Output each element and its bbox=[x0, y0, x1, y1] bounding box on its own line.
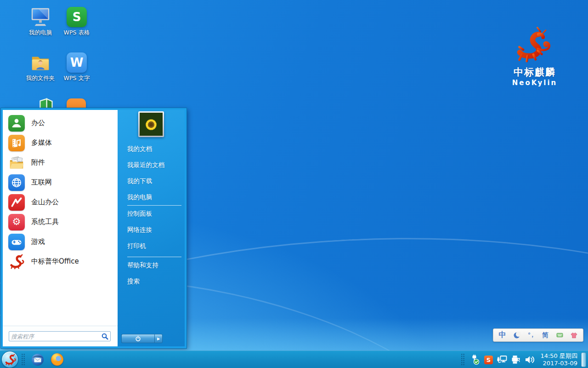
neokylin-logo: 中标麒麟 NeoKylin bbox=[508, 27, 561, 87]
gamepad-icon bbox=[8, 234, 25, 250]
system-tools-gear-icon: ⚙ bbox=[8, 214, 25, 230]
taskbar-clock[interactable]: 14:50 星期四 2017-03-09 bbox=[540, 352, 577, 367]
menu-item-multimedia[interactable]: 多媒体 bbox=[3, 133, 118, 153]
ime-skin-shirt-icon[interactable] bbox=[569, 330, 579, 340]
menu-item-recent-documents[interactable]: 我最近的文档 bbox=[118, 157, 185, 173]
menu-item-label: 办公 bbox=[31, 119, 45, 127]
menu-item-label: 系统工具 bbox=[31, 218, 59, 226]
desktop-icon-wps-writer[interactable]: W WPS 文字 bbox=[57, 52, 97, 82]
clock-time: 14:50 星期四 bbox=[540, 352, 577, 360]
kirin-start-icon bbox=[4, 354, 16, 366]
firefox-browser-icon[interactable] bbox=[50, 353, 64, 367]
logo-title: 中标麒麟 bbox=[508, 66, 561, 79]
search-input[interactable] bbox=[9, 332, 102, 340]
network-tray-icon[interactable] bbox=[497, 354, 508, 365]
menu-item-label: 互联网 bbox=[31, 178, 52, 187]
menu-item-label: 中标普华Office bbox=[31, 257, 79, 266]
start-menu-left-panel: 办公 多媒体 附件 互 bbox=[3, 110, 118, 346]
desktop-background: 我的电脑 S WPS 表格 我的文件夹 W WPS 文字 bbox=[0, 0, 588, 368]
internet-globe-icon bbox=[8, 174, 25, 191]
menu-item-label: 金山办公 bbox=[31, 198, 59, 207]
taskbar-drag-handle[interactable] bbox=[21, 353, 25, 366]
menu-item-help-support[interactable]: 帮助和支持 bbox=[118, 257, 185, 273]
desktop-icon-label: WPS 表格 bbox=[57, 29, 97, 37]
menu-item-my-computer[interactable]: 我的电脑 bbox=[118, 189, 185, 205]
kirin-small-icon bbox=[8, 253, 25, 270]
ime-punctuation-button[interactable]: °， bbox=[526, 330, 536, 340]
power-controls: ▶ bbox=[121, 334, 163, 343]
menu-item-accessories[interactable]: 附件 bbox=[3, 153, 118, 172]
menu-item-system-tools[interactable]: ⚙ 系统工具 bbox=[3, 212, 118, 232]
system-tray: S 14:50 星期四 2017-03-09 bbox=[458, 351, 588, 368]
tray-drag-handle[interactable] bbox=[461, 353, 465, 366]
menu-item-label: 多媒体 bbox=[31, 138, 52, 147]
office-icon bbox=[8, 115, 25, 132]
menu-item-label: 附件 bbox=[31, 158, 45, 167]
desktop-icon-label: WPS 文字 bbox=[57, 75, 97, 82]
sogou-input-tray-icon[interactable]: S bbox=[483, 354, 494, 365]
desktop-icon-my-folder[interactable]: 我的文件夹 bbox=[20, 52, 61, 82]
accessories-icon bbox=[8, 155, 25, 171]
wps-spreadsheet-icon: S bbox=[57, 6, 97, 27]
usb-device-tray-icon[interactable] bbox=[469, 354, 480, 365]
power-options-arrow-button[interactable]: ▶ bbox=[154, 334, 163, 343]
ime-bar: 中 °， 简 bbox=[493, 328, 583, 342]
menu-item-control-panel[interactable]: 控制面板 bbox=[118, 206, 185, 222]
ime-mode-button[interactable]: 中 bbox=[498, 330, 508, 340]
menu-item-my-downloads[interactable]: 我的下载 bbox=[118, 173, 185, 189]
menu-item-printers[interactable]: 打印机 bbox=[118, 238, 185, 254]
ime-fullwidth-moon-icon[interactable] bbox=[512, 330, 522, 340]
sunflower-avatar-image bbox=[140, 113, 163, 136]
menu-item-games[interactable]: 游戏 bbox=[3, 232, 118, 252]
menu-item-network-connections[interactable]: 网络连接 bbox=[118, 222, 185, 238]
menu-item-label: 游戏 bbox=[31, 237, 45, 246]
clock-date: 2017-03-09 bbox=[540, 360, 577, 367]
power-icon bbox=[135, 336, 141, 342]
menu-item-search[interactable]: 搜索 bbox=[118, 273, 185, 289]
start-button[interactable] bbox=[1, 351, 18, 368]
desktop-icon-label: 我的电脑 bbox=[20, 29, 61, 37]
search-icon[interactable] bbox=[102, 333, 108, 340]
desktop-icon-wps-spreadsheet[interactable]: S WPS 表格 bbox=[57, 6, 97, 37]
menu-item-kingsoft-office[interactable]: 金山办公 bbox=[3, 192, 118, 212]
thunderbird-mail-icon[interactable] bbox=[31, 353, 45, 367]
search-area bbox=[3, 326, 118, 346]
search-box bbox=[9, 331, 111, 341]
menu-item-my-documents[interactable]: 我的文档 bbox=[118, 141, 185, 157]
ime-keyboard-icon[interactable] bbox=[554, 330, 565, 340]
user-avatar[interactable] bbox=[138, 111, 164, 137]
kirin-icon bbox=[513, 27, 557, 63]
taskbar: S 14:50 星期四 2017-03-09 bbox=[0, 351, 588, 368]
menu-item-neoshine-office[interactable]: 中标普华Office bbox=[3, 252, 118, 271]
my-folder-icon bbox=[20, 52, 61, 73]
volume-tray-icon[interactable] bbox=[524, 354, 535, 365]
multimedia-icon bbox=[8, 135, 25, 151]
desktop-icon-my-computer[interactable]: 我的电脑 bbox=[20, 6, 61, 37]
start-menu: 办公 多媒体 附件 互 bbox=[1, 108, 187, 348]
desktop-icon-label: 我的文件夹 bbox=[20, 75, 61, 82]
places-list: 我的文档 我最近的文档 我的下载 我的电脑 控制面板 网络连接 打印机 帮助和支… bbox=[118, 141, 185, 289]
start-menu-right-panel: 我的文档 我最近的文档 我的下载 我的电脑 控制面板 网络连接 打印机 帮助和支… bbox=[118, 110, 185, 346]
show-desktop-button[interactable] bbox=[581, 352, 586, 367]
menu-item-office[interactable]: 办公 bbox=[3, 113, 118, 133]
menu-item-internet[interactable]: 互联网 bbox=[3, 172, 118, 192]
removable-hardware-tray-icon[interactable] bbox=[510, 354, 521, 365]
my-computer-icon bbox=[20, 6, 61, 27]
kingsoft-office-icon bbox=[8, 194, 25, 211]
ime-simplified-button[interactable]: 简 bbox=[540, 330, 550, 340]
power-button[interactable] bbox=[121, 334, 154, 343]
wps-writer-icon: W bbox=[57, 52, 97, 73]
logo-subtitle: NeoKylin bbox=[508, 79, 561, 87]
